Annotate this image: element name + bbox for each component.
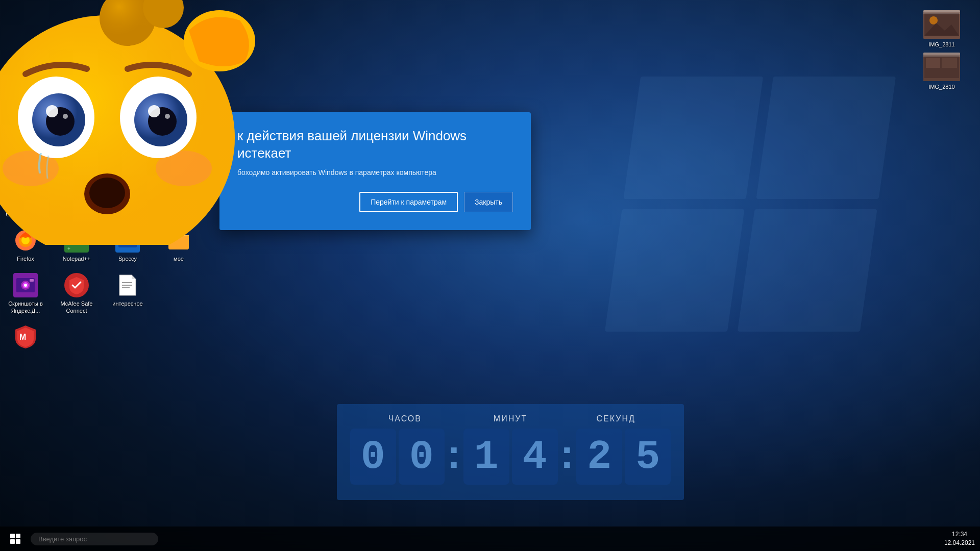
chrome-icon-graphic: [13, 184, 38, 208]
separator-2: :: [558, 431, 577, 478]
svg-point-7: [134, 93, 187, 146]
svg-rect-45: [923, 10, 960, 12]
seconds-ones: 5: [625, 429, 671, 485]
svg-rect-29: [119, 240, 125, 244]
taskbar-right: 12:34 12.04.2021: [944, 530, 975, 547]
desktop-icons-left: Google Chrome Firefox: [0, 179, 204, 357]
speccy-icon[interactable]: Speccy: [107, 228, 148, 262]
svg-point-16: [100, 0, 156, 46]
svg-rect-50: [923, 53, 960, 55]
start-pane-4: [16, 539, 20, 544]
hours-label: ЧАСОВ: [352, 414, 458, 423]
svg-rect-40: [122, 282, 132, 283]
desktop-icons-right: IMG_2811 IMG_2810: [919, 10, 965, 90]
svg-point-6: [32, 93, 85, 146]
svg-point-37: [24, 284, 27, 287]
minutes-label: МИНУТ: [458, 414, 564, 423]
svg-point-5: [120, 77, 197, 158]
svg-point-18: [143, 0, 184, 28]
mcafee-antivirus-icon[interactable]: M: [5, 324, 46, 352]
svg-point-12: [148, 105, 160, 117]
svg-rect-41: [122, 285, 132, 286]
taskbar-date-value: 12.04.2021: [944, 539, 975, 547]
hours-digits: 0 0: [350, 429, 445, 485]
moe-folder-icon[interactable]: мое: [158, 228, 199, 262]
speccy-label: Speccy: [118, 255, 137, 262]
seconds-label: СЕКУНД: [563, 414, 669, 423]
start-pane-3: [10, 539, 15, 544]
license-notification-dialog: к действия вашей лицензии Windows истека…: [219, 112, 531, 230]
img-2810-icon[interactable]: IMG_2810: [919, 53, 965, 90]
notification-buttons: Перейти к параметрам Закрыть: [237, 192, 513, 212]
screenshots-icon[interactable]: Скриншоты в Яндекс.Д...: [5, 273, 46, 315]
img-2811-thumbnail: [923, 10, 960, 39]
svg-point-9: [148, 107, 177, 136]
hours-tens: 0: [350, 429, 396, 485]
start-icon: [10, 534, 20, 544]
start-pane-1: [10, 534, 15, 538]
img-2811-icon[interactable]: IMG_2811: [919, 10, 965, 47]
notification-title: к действия вашей лицензии Windows истека…: [237, 128, 513, 162]
icon-row-1: Google Chrome: [5, 184, 199, 218]
svg-point-17: [100, 0, 156, 46]
notification-subtitle: боходимо активировать Windows в параметр…: [237, 168, 513, 177]
svg-rect-42: [122, 287, 130, 288]
svg-rect-38: [30, 279, 34, 282]
seconds-tens: 2: [576, 429, 622, 485]
svg-point-8: [46, 107, 75, 136]
icon-row-4: M: [5, 324, 199, 352]
taskbar-search[interactable]: [31, 533, 158, 545]
minutes-tens: 1: [463, 429, 509, 485]
svg-rect-31: [126, 238, 135, 239]
go-to-settings-button[interactable]: Перейти к параметрам: [359, 192, 458, 212]
taskbar-time-value: 12:34: [944, 530, 975, 539]
svg-point-13: [165, 114, 170, 119]
img-2810-thumbnail: [923, 53, 960, 81]
svg-text:N+: N+: [68, 234, 83, 247]
icon-row-2: Firefox N+ + Notepad++: [5, 228, 199, 262]
google-chrome-icon[interactable]: Google Chrome: [5, 184, 46, 218]
svg-text:+: +: [67, 246, 70, 252]
svg-point-10: [46, 105, 58, 117]
minutes-digits: 1 4: [463, 429, 558, 485]
svg-point-4: [18, 77, 94, 158]
seconds-digits: 2 5: [576, 429, 671, 485]
svg-rect-30: [126, 235, 137, 237]
svg-point-11: [63, 114, 68, 119]
minutes-ones: 4: [512, 429, 558, 485]
countdown-timer: ЧАСОВ МИНУТ СЕКУНД 0 0 : 1 4 : 2 5: [337, 404, 684, 500]
close-notification-button[interactable]: Закрыть: [464, 192, 513, 212]
mcafee-safe-connect-icon[interactable]: McAfee Safe Connect: [56, 273, 97, 315]
svg-rect-53: [942, 58, 957, 68]
countdown-display: 0 0 : 1 4 : 2 5: [352, 429, 669, 485]
firefox-icon[interactable]: Firefox: [5, 228, 46, 262]
taskbar: 12:34 12.04.2021: [0, 527, 980, 551]
svg-rect-32: [126, 240, 137, 242]
start-pane-2: [16, 534, 20, 538]
taskbar-clock: 12:34 12.04.2021: [944, 530, 975, 547]
notepadpp-icon[interactable]: N+ + Notepad++: [56, 228, 97, 262]
hours-ones: 0: [399, 429, 445, 485]
countdown-labels: ЧАСОВ МИНУТ СЕКУНД: [352, 414, 669, 423]
interesnoye-file-icon[interactable]: интересное: [107, 273, 148, 307]
svg-rect-28: [119, 235, 125, 239]
separator-1: :: [445, 431, 463, 478]
svg-point-19: [184, 10, 255, 71]
icon-row-3: Скриншоты в Яндекс.Д... McAfee Safe Conn…: [5, 273, 199, 315]
svg-text:M: M: [19, 333, 26, 341]
start-button[interactable]: [5, 529, 26, 549]
desktop: Google Chrome Firefox: [0, 0, 980, 551]
svg-rect-52: [926, 58, 940, 68]
windows-logo-watermark: [623, 77, 878, 332]
